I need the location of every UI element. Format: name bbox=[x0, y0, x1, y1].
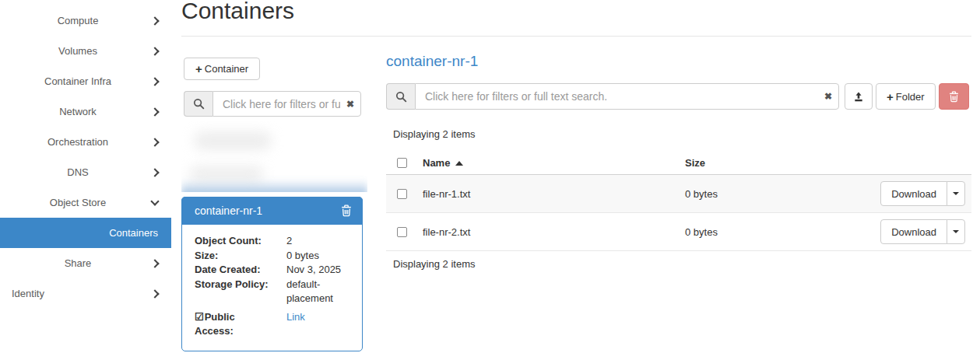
container-card-title: container-nr-1 bbox=[195, 204, 341, 217]
card-field-public-access: ☑Public Access: Link bbox=[195, 310, 351, 339]
sidebar-item-object-store[interactable]: Object Store bbox=[0, 187, 171, 218]
container-detail-title: container-nr-1 bbox=[386, 53, 478, 70]
clear-filter-icon[interactable]: ✖ bbox=[346, 100, 354, 109]
object-size: 0 bytes bbox=[685, 188, 880, 200]
object-size: 0 bytes bbox=[685, 226, 880, 238]
sidebar-item-dns[interactable]: DNS bbox=[0, 157, 171, 187]
table-row: file-nr-1.txt 0 bytes Download bbox=[386, 175, 971, 213]
sidebar-item-label: Containers bbox=[0, 227, 171, 239]
sidebar-item-label: Container Infra bbox=[0, 75, 156, 87]
select-all-checkbox[interactable] bbox=[397, 158, 407, 168]
field-label: Size: bbox=[195, 249, 286, 264]
sort-asc-icon bbox=[455, 161, 463, 166]
container-filter: ✖ bbox=[184, 91, 361, 117]
download-dropdown-toggle[interactable] bbox=[947, 181, 965, 206]
clear-filter-icon[interactable]: ✖ bbox=[824, 92, 832, 101]
sidebar-item-compute[interactable]: Compute bbox=[0, 5, 171, 36]
delete-container-icon[interactable] bbox=[341, 204, 352, 217]
plus-icon: + bbox=[195, 63, 202, 75]
field-label: Date Created: bbox=[195, 263, 286, 278]
blurred-text-placeholder bbox=[194, 131, 272, 150]
sidebar-item-label: Orchestration bbox=[0, 136, 156, 148]
upload-file-button[interactable] bbox=[845, 83, 873, 110]
blurred-selection-edge bbox=[181, 180, 367, 192]
checked-checkbox-icon: ☑ bbox=[195, 311, 204, 323]
sidebar-item-container-infra[interactable]: Container Infra bbox=[0, 66, 171, 96]
column-header-size[interactable]: Size bbox=[685, 157, 965, 169]
sidebar-item-containers[interactable]: Containers bbox=[0, 218, 171, 248]
sidebar: Compute Volumes Container Infra Network … bbox=[0, 0, 171, 353]
trash-icon bbox=[949, 91, 959, 103]
upload-icon bbox=[852, 91, 865, 103]
container-card-header[interactable]: container-nr-1 bbox=[181, 197, 363, 225]
caret-down-icon bbox=[953, 192, 959, 195]
object-toolbar: ✖ + Folder bbox=[386, 83, 969, 110]
select-row-checkbox[interactable] bbox=[397, 227, 407, 237]
field-label: Object Count: bbox=[195, 234, 286, 249]
container-card-body: Object Count: 2 Size: 0 bytes Date Creat… bbox=[182, 225, 362, 348]
create-container-button[interactable]: + Container bbox=[184, 58, 260, 80]
object-filter-input[interactable] bbox=[415, 83, 839, 110]
caret-down-icon bbox=[953, 230, 959, 233]
plus-icon: + bbox=[887, 91, 894, 103]
public-access-link[interactable]: Link bbox=[286, 310, 351, 339]
card-field: Date Created: Nov 3, 2025 bbox=[195, 263, 351, 278]
sidebar-item-share[interactable]: Share bbox=[0, 248, 171, 278]
container-filter-input[interactable] bbox=[213, 91, 361, 117]
field-value: 2 bbox=[286, 234, 351, 249]
search-icon bbox=[386, 83, 415, 110]
container-card: container-nr-1 Object Count: 2 Size: 0 b… bbox=[181, 197, 363, 351]
search-icon bbox=[184, 91, 213, 117]
field-label: Storage Policy: bbox=[195, 278, 286, 306]
sidebar-item-volumes[interactable]: Volumes bbox=[0, 36, 171, 66]
table-header-row: Name Size bbox=[386, 152, 971, 175]
download-dropdown-toggle[interactable] bbox=[947, 219, 965, 244]
card-field: Size: 0 bytes bbox=[195, 249, 351, 264]
header-divider bbox=[181, 36, 971, 37]
column-header-name[interactable]: Name bbox=[423, 157, 685, 169]
object-filter: ✖ bbox=[386, 83, 839, 110]
sidebar-item-orchestration[interactable]: Orchestration bbox=[0, 127, 171, 157]
field-value: 0 bytes bbox=[286, 249, 351, 264]
select-row-checkbox[interactable] bbox=[397, 189, 407, 199]
sidebar-item-identity[interactable]: Identity bbox=[0, 278, 171, 309]
object-table: Name Size file-nr-1.txt 0 bytes Download… bbox=[386, 152, 971, 251]
download-button[interactable]: Download bbox=[880, 181, 947, 206]
sidebar-item-label: Share bbox=[0, 257, 156, 269]
object-name[interactable]: file-nr-1.txt bbox=[423, 188, 685, 200]
card-field: Object Count: 2 bbox=[195, 234, 351, 249]
sidebar-item-label: Identity bbox=[12, 288, 171, 299]
obscured-container-item bbox=[181, 121, 367, 192]
item-count: Displaying 2 items bbox=[393, 128, 476, 140]
item-count-footer: Displaying 2 items bbox=[393, 258, 476, 270]
sidebar-item-network[interactable]: Network bbox=[0, 96, 171, 127]
sidebar-item-label: Volumes bbox=[0, 45, 156, 57]
create-folder-label: Folder bbox=[896, 91, 925, 103]
card-field: Storage Policy: default-placement bbox=[195, 278, 351, 306]
sidebar-item-label: DNS bbox=[0, 166, 156, 178]
sidebar-item-label: Network bbox=[0, 106, 156, 117]
object-name[interactable]: file-nr-2.txt bbox=[423, 226, 685, 238]
field-value: default-placement bbox=[286, 278, 351, 306]
table-row: file-nr-2.txt 0 bytes Download bbox=[386, 213, 971, 251]
create-container-label: Container bbox=[205, 63, 248, 75]
field-value: Nov 3, 2025 bbox=[286, 263, 351, 278]
sidebar-item-label: Compute bbox=[0, 15, 156, 26]
sidebar-item-label: Object Store bbox=[0, 197, 156, 208]
delete-selected-button[interactable] bbox=[939, 83, 969, 110]
page-title: Containers bbox=[181, 0, 294, 24]
create-folder-button[interactable]: + Folder bbox=[876, 83, 936, 110]
download-button[interactable]: Download bbox=[880, 219, 947, 244]
